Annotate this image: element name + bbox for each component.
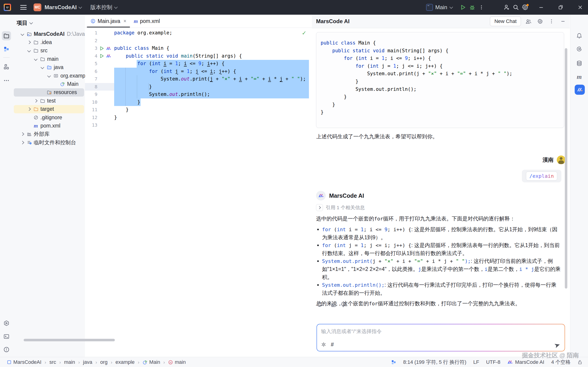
assistant-name: MarsCode AI bbox=[329, 192, 364, 199]
code-with-me-button[interactable] bbox=[502, 3, 511, 12]
community-button[interactable] bbox=[525, 17, 532, 25]
tree-chevron-icon[interactable] bbox=[27, 41, 31, 44]
breadcrumb-item-MarsCodeAI[interactable]: MarsCodeAI bbox=[7, 359, 41, 365]
project-panel-header[interactable]: 项目 bbox=[17, 19, 32, 27]
tree-chevron-icon[interactable] bbox=[21, 132, 24, 136]
titlebar: MC MarsCodeAI 版本控制 Main bbox=[0, 0, 588, 15]
tree-item-target[interactable]: target bbox=[14, 105, 84, 113]
breadcrumb-item-main[interactable]: mmain bbox=[168, 359, 186, 365]
vcs-menu[interactable]: 版本控制 bbox=[90, 4, 112, 11]
breadcrumb-item-src[interactable]: src bbox=[49, 359, 56, 365]
tree-item-label: 外部库 bbox=[34, 131, 50, 138]
breadcrumb-item-org[interactable]: org bbox=[100, 359, 107, 365]
assistant-message-header: MarsCode AI bbox=[316, 191, 364, 200]
terminal-tool-button[interactable] bbox=[2, 332, 11, 341]
tree-item-.idea[interactable]: .idea bbox=[14, 38, 84, 46]
marscode-ai-status[interactable]: MarsCode AI bbox=[507, 359, 544, 365]
chat-scrollbar[interactable] bbox=[565, 48, 567, 289]
thumbs-down-button[interactable] bbox=[339, 300, 347, 309]
tree-item-Main[interactable]: Main bbox=[14, 80, 84, 88]
chat-more-button[interactable] bbox=[548, 17, 555, 25]
marscode-plugin-tool-button[interactable] bbox=[2, 44, 11, 54]
context-reference-icon[interactable]: # bbox=[331, 341, 334, 348]
tree-item-临时文件和控制台[interactable]: 临时文件和控制台 bbox=[14, 138, 84, 147]
code-editor[interactable]: 12345678910111213 package org.example;pu… bbox=[85, 15, 312, 357]
readonly-lock-icon[interactable] bbox=[578, 360, 582, 365]
tree-chevron-icon[interactable] bbox=[21, 32, 24, 36]
tree-chevron-icon[interactable] bbox=[41, 66, 44, 69]
tree-item-java[interactable]: java bbox=[14, 63, 84, 72]
gutter-run-icons[interactable] bbox=[99, 44, 111, 52]
marscode-ai-tool-button[interactable] bbox=[575, 85, 585, 95]
tree-item-pom.xml[interactable]: mpom.xml bbox=[14, 122, 84, 130]
run-configuration[interactable]: Main bbox=[426, 4, 452, 11]
regenerate-button[interactable] bbox=[316, 300, 324, 309]
main-menu-button[interactable] bbox=[20, 5, 27, 10]
breadcrumb-item-Main[interactable]: Main bbox=[143, 359, 160, 365]
reference-label[interactable]: 引用 1 个相关信息 bbox=[326, 204, 365, 211]
explain-command-chip[interactable]: /explain bbox=[526, 172, 557, 181]
tree-chevron-icon[interactable] bbox=[34, 99, 38, 102]
tree-item-MarsCodeAI[interactable]: MarsCodeAID:\Java1\Ma bbox=[14, 30, 84, 38]
tree-chevron-icon[interactable] bbox=[47, 74, 51, 77]
user-avatar bbox=[557, 156, 565, 164]
folder-icon bbox=[33, 40, 38, 45]
tree-chevron-icon[interactable] bbox=[27, 107, 31, 111]
breadcrumb-item-main[interactable]: main bbox=[64, 359, 75, 365]
inspections-status-icon[interactable]: ✓ bbox=[302, 30, 306, 36]
more-tool-windows-button[interactable] bbox=[2, 76, 11, 85]
project-horizontal-scrollbar[interactable] bbox=[24, 339, 115, 341]
more-actions-button[interactable] bbox=[477, 3, 486, 12]
database-tool-button[interactable] bbox=[575, 59, 584, 68]
new-chat-button[interactable]: New Chat bbox=[490, 17, 521, 26]
file-encoding[interactable]: UTF-8 bbox=[486, 359, 500, 365]
search-everywhere-button[interactable] bbox=[511, 3, 520, 12]
tree-item-main[interactable]: main bbox=[14, 55, 84, 63]
gutter-run-icons[interactable] bbox=[99, 52, 111, 60]
line-number: 11 bbox=[85, 106, 97, 114]
breadcrumb-separator: › bbox=[163, 360, 165, 365]
breadcrumb-item-java[interactable]: java bbox=[83, 359, 92, 365]
debug-button[interactable] bbox=[468, 3, 477, 12]
class-icon bbox=[60, 82, 65, 86]
project-name[interactable]: MarsCodeAI bbox=[44, 4, 77, 10]
slash-commands-icon[interactable] bbox=[321, 342, 326, 347]
window-close-button[interactable] bbox=[576, 3, 585, 12]
run-button[interactable] bbox=[458, 3, 468, 12]
project-icon[interactable]: MC bbox=[34, 3, 41, 11]
project-panel-title: 项目 bbox=[17, 19, 27, 27]
notifications-tool-button[interactable] bbox=[575, 31, 584, 40]
ide-logo-icon[interactable] bbox=[4, 4, 11, 11]
ai-assistant-tool-button[interactable] bbox=[575, 44, 584, 53]
project-tool-button[interactable] bbox=[2, 31, 11, 40]
tree-item-外部库[interactable]: 外部库 bbox=[14, 130, 84, 138]
chat-settings-button[interactable] bbox=[536, 17, 544, 25]
tree-item-src[interactable]: src bbox=[14, 47, 84, 55]
thumbs-up-button[interactable] bbox=[330, 300, 338, 309]
window-minimize-button[interactable] bbox=[536, 3, 546, 12]
reference-expand-button[interactable] bbox=[316, 204, 323, 211]
tree-item-resources[interactable]: resources bbox=[14, 88, 84, 97]
tree-chevron-icon[interactable] bbox=[27, 49, 31, 52]
tree-item-test[interactable]: test bbox=[14, 97, 84, 105]
structure-tool-button[interactable] bbox=[2, 62, 11, 71]
services-tool-button[interactable] bbox=[2, 319, 11, 328]
line-separator[interactable]: LF bbox=[473, 359, 479, 365]
settings-button[interactable] bbox=[520, 3, 530, 12]
indent-setting[interactable]: 4 个空格 bbox=[551, 359, 571, 366]
chat-code-line: for (int j = 1; j <= i; j++) { bbox=[355, 62, 443, 70]
tree-item-.gitignore[interactable]: .gitignore bbox=[14, 113, 84, 122]
chat-input[interactable]: 输入消息或者"/"来选择指令 # bbox=[317, 324, 565, 351]
hide-panel-button[interactable] bbox=[559, 17, 567, 25]
tree-chevron-icon[interactable] bbox=[21, 141, 24, 144]
window-restore-button[interactable] bbox=[556, 3, 565, 12]
marscode-status-icon[interactable] bbox=[391, 360, 396, 365]
problems-tool-button[interactable] bbox=[2, 345, 11, 354]
chat-code-block[interactable]: public class Main {public static void ma… bbox=[316, 32, 564, 128]
caret-position[interactable]: 8:14 (199 字符, 5 行 换行符) bbox=[403, 359, 466, 366]
tree-chevron-icon[interactable] bbox=[34, 57, 38, 61]
maven-tool-button[interactable]: m bbox=[575, 72, 584, 81]
breadcrumb-item-example[interactable]: example bbox=[115, 359, 135, 365]
send-button[interactable] bbox=[554, 342, 561, 348]
tree-item-org.example[interactable]: org.example bbox=[14, 72, 84, 80]
